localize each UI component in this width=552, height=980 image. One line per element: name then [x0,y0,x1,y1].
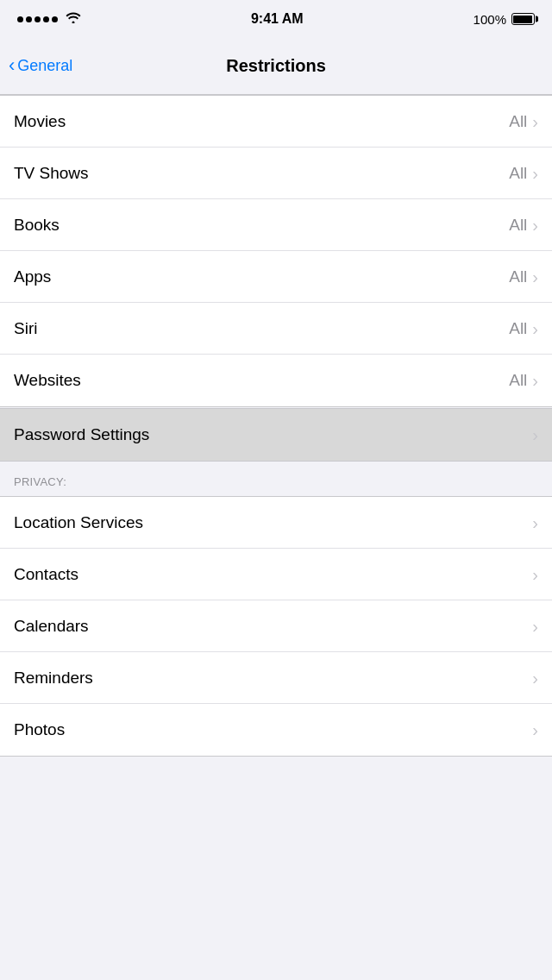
password-settings-row[interactable]: Password Settings › [0,409,552,461]
battery-icon [511,13,535,25]
movies-value: All [509,112,527,131]
location-services-right: › [532,514,538,531]
signal-dot-3 [34,16,41,22]
location-services-chevron-icon: › [532,514,538,531]
tv-shows-right: All › [509,164,538,183]
websites-value: All [509,371,527,390]
websites-chevron-icon: › [532,372,538,389]
movies-right: All › [509,112,538,131]
location-services-label: Location Services [14,513,143,532]
movies-label: Movies [14,112,66,131]
siri-label: Siri [14,319,37,338]
password-settings-chevron-icon: › [532,426,538,443]
password-settings-right: › [532,426,538,443]
apps-chevron-icon: › [532,268,538,286]
contacts-right: › [532,566,538,583]
books-chevron-icon: › [532,217,538,234]
reminders-row[interactable]: Reminders › [0,652,552,704]
battery-fill [513,16,532,23]
movies-row[interactable]: Movies All › [0,96,552,148]
websites-label: Websites [14,371,81,390]
privacy-section-header: PRIVACY: [0,462,552,496]
settings-content: Movies All › TV Shows All › Books All › … [0,95,552,757]
password-settings-label: Password Settings [14,425,149,444]
privacy-header-label: PRIVACY: [14,475,66,488]
battery-percent: 100% [474,12,506,27]
books-row[interactable]: Books All › [0,199,552,251]
location-services-row[interactable]: Location Services › [0,497,552,549]
nav-back-label: General [17,57,72,75]
tv-shows-row[interactable]: TV Shows All › [0,148,552,199]
status-bar: 9:41 AM 100% [0,0,552,38]
nav-bar: ‹ General Restrictions [0,38,552,95]
photos-right: › [532,721,538,738]
siri-right: All › [509,319,538,338]
websites-row[interactable]: Websites All › [0,355,552,406]
apps-right: All › [509,267,538,286]
tv-shows-label: TV Shows [14,164,89,183]
reminders-chevron-icon: › [532,669,538,687]
wifi-icon [66,11,81,27]
apps-value: All [509,267,527,286]
tv-shows-value: All [509,164,527,183]
signal-dots [17,16,58,22]
photos-label: Photos [14,720,65,739]
status-time: 9:41 AM [251,11,304,27]
signal-dot-4 [43,16,49,22]
siri-value: All [509,319,527,338]
websites-right: All › [509,371,538,390]
password-section: Password Settings › [0,408,552,462]
nav-back-button[interactable]: ‹ General [9,57,72,75]
reminders-right: › [532,669,538,687]
signal-dot-2 [26,16,32,22]
back-chevron-icon: ‹ [9,56,15,75]
status-right: 100% [474,12,535,27]
siri-chevron-icon: › [532,320,538,337]
contacts-row[interactable]: Contacts › [0,549,552,600]
books-value: All [509,216,527,235]
tv-shows-chevron-icon: › [532,165,538,182]
books-right: All › [509,216,538,235]
page-title: Restrictions [226,56,326,76]
contacts-chevron-icon: › [532,566,538,583]
status-left [17,11,81,27]
allowed-content-section: Movies All › TV Shows All › Books All › … [0,95,552,407]
photos-chevron-icon: › [532,721,538,738]
movies-chevron-icon: › [532,113,538,130]
books-label: Books [14,216,60,235]
signal-dot-1 [17,16,23,22]
calendars-chevron-icon: › [532,618,538,635]
calendars-label: Calendars [14,617,89,636]
signal-dot-5 [52,16,58,22]
apps-label: Apps [14,267,51,286]
privacy-section: Location Services › Contacts › Calendars… [0,496,552,757]
calendars-row[interactable]: Calendars › [0,600,552,652]
contacts-label: Contacts [14,565,78,584]
calendars-right: › [532,618,538,635]
reminders-label: Reminders [14,669,93,688]
battery-icon-container [511,13,535,25]
siri-row[interactable]: Siri All › [0,303,552,355]
photos-row[interactable]: Photos › [0,704,552,756]
apps-row[interactable]: Apps All › [0,251,552,303]
